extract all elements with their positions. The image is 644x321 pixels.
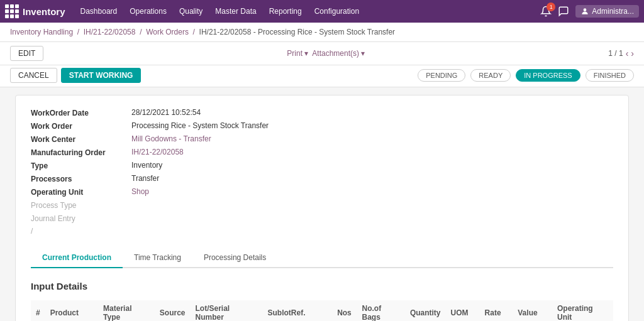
tab-content-current-production: Input Details # Product Material Type So…: [31, 268, 613, 321]
input-details-table-container: # Product Material Type Source Lot/Seria…: [31, 300, 613, 321]
app-logo: Inventory: [5, 4, 65, 18]
manufacturing-order-label: Manufacturing Order: [31, 148, 131, 157]
type-label: Type: [31, 161, 131, 170]
manufacturing-order-value[interactable]: IH/21-22/02058: [131, 148, 184, 156]
nav-master-data[interactable]: Master Data: [210, 4, 261, 18]
prev-record-button[interactable]: ‹: [626, 48, 629, 58]
process-type-label: Process Type: [31, 200, 131, 210]
status-pending[interactable]: PENDING: [418, 69, 465, 82]
journal-entry-label: Journal Entry: [31, 214, 131, 223]
notification-badge: 1: [547, 3, 555, 11]
manufacturing-order-row: Manufacturing Order IH/21-22/02058: [31, 148, 613, 157]
col-rate: Rate: [480, 300, 513, 321]
breadcrumb: Inventory Handling / IH/21-22/02058 / Wo…: [0, 23, 644, 42]
col-lot-serial: Lot/Serial Number: [191, 300, 263, 321]
breadcrumb-work-orders[interactable]: Work Orders: [146, 28, 189, 36]
workorder-date-value: 28/12/2021 10:52:54: [131, 108, 201, 117]
tab-current-production[interactable]: Current Production: [31, 248, 123, 268]
work-center-label: Work Center: [31, 134, 131, 144]
status-pills: PENDING READY IN PROGRESS FINISHED: [418, 69, 634, 82]
col-value: Value: [513, 300, 552, 321]
record-counter: 1 / 1 ‹ ›: [608, 48, 634, 58]
tabs-bar: Current Production Time Tracking Process…: [31, 248, 613, 268]
svg-point-0: [584, 8, 587, 11]
attachments-button[interactable]: Attachment(s) ▾: [312, 49, 365, 58]
table-header-row: # Product Material Type Source Lot/Seria…: [31, 300, 613, 321]
grid-icon: [5, 4, 19, 18]
process-type-row: Process Type: [31, 200, 613, 210]
col-product: Product: [45, 300, 98, 321]
workorder-date-label: WorkOrder Date: [31, 108, 131, 117]
processors-value: Transfer: [131, 174, 159, 183]
col-sublot-ref: SublotRef.: [262, 300, 332, 321]
breadcrumb-ih-number[interactable]: IH/21-22/02058: [84, 28, 136, 36]
type-row: Type Inventory: [31, 161, 613, 170]
col-material-type: Material Type: [98, 300, 155, 321]
header-right-icons: 1 Administra...: [540, 5, 639, 18]
work-center-row: Work Center Mill Godowns - Transfer: [31, 134, 613, 144]
form-card: WorkOrder Date 28/12/2021 10:52:54 Work …: [15, 95, 629, 321]
col-quantity: Quantity: [405, 300, 446, 321]
center-action-buttons: Print ▾ Attachment(s) ▾: [287, 49, 365, 58]
work-order-value: Processing Rice - System Stock Transfer: [131, 121, 269, 130]
counter-text: 1 / 1: [608, 49, 623, 58]
chat-icon[interactable]: [558, 6, 569, 17]
type-value: Inventory: [131, 161, 162, 170]
action-bar: EDIT Print ▾ Attachment(s) ▾ 1 / 1 ‹ ›: [0, 42, 644, 65]
work-order-row: Work Order Processing Rice - System Stoc…: [31, 121, 613, 131]
main-nav: Dashboard Operations Quality Master Data…: [75, 4, 531, 18]
next-record-button[interactable]: ›: [631, 48, 634, 58]
col-num: #: [31, 300, 45, 321]
col-no-of-bags: No.of Bags: [357, 300, 404, 321]
main-content: WorkOrder Date 28/12/2021 10:52:54 Work …: [0, 87, 644, 321]
left-action-buttons: EDIT: [10, 46, 43, 61]
admin-menu-button[interactable]: Administra...: [575, 5, 639, 18]
top-navigation: Inventory Dashboard Operations Quality M…: [0, 0, 644, 23]
work-order-label: Work Order: [31, 121, 131, 131]
nav-configuration[interactable]: Configuration: [309, 4, 364, 18]
operating-unit-value[interactable]: Shop: [131, 187, 149, 196]
col-source: Source: [155, 300, 191, 321]
start-working-button[interactable]: START WORKING: [61, 68, 142, 83]
input-details-title: Input Details: [31, 281, 613, 291]
work-center-value[interactable]: Mill Godowns - Transfer: [131, 134, 211, 143]
print-button[interactable]: Print ▾: [287, 49, 308, 58]
workorder-date-row: WorkOrder Date 28/12/2021 10:52:54: [31, 108, 613, 117]
slash-separator: /: [31, 227, 613, 236]
operating-unit-label: Operating Unit: [31, 187, 131, 197]
admin-label: Administra...: [592, 7, 634, 16]
status-ready[interactable]: READY: [470, 69, 511, 82]
tab-time-tracking[interactable]: Time Tracking: [123, 248, 192, 268]
secondary-action-buttons: CANCEL START WORKING: [10, 68, 141, 83]
nav-dashboard[interactable]: Dashboard: [75, 4, 123, 18]
processors-label: Processors: [31, 174, 131, 183]
nav-quality[interactable]: Quality: [174, 4, 208, 18]
tab-processing-details[interactable]: Processing Details: [192, 248, 277, 268]
nav-operations[interactable]: Operations: [125, 4, 172, 18]
input-details-table: # Product Material Type Source Lot/Seria…: [31, 300, 613, 321]
col-uom: UOM: [446, 300, 480, 321]
operating-unit-row: Operating Unit Shop: [31, 187, 613, 197]
processors-row: Processors Transfer: [31, 174, 613, 183]
journal-entry-row: Journal Entry: [31, 214, 613, 223]
breadcrumb-current: IH/21-22/02058 - Processing Rice - Syste…: [199, 28, 395, 36]
app-title: Inventory: [23, 6, 65, 17]
notification-icon[interactable]: 1: [540, 6, 552, 17]
edit-button[interactable]: EDIT: [10, 46, 43, 61]
status-in-progress[interactable]: IN PROGRESS: [516, 69, 580, 82]
cancel-button[interactable]: CANCEL: [10, 68, 57, 83]
col-nos: Nos: [332, 300, 357, 321]
col-operating-unit: Operating Unit: [552, 300, 613, 321]
nav-reporting[interactable]: Reporting: [264, 4, 307, 18]
breadcrumb-inventory-handling[interactable]: Inventory Handling: [10, 28, 73, 36]
status-finished[interactable]: FINISHED: [586, 69, 634, 82]
